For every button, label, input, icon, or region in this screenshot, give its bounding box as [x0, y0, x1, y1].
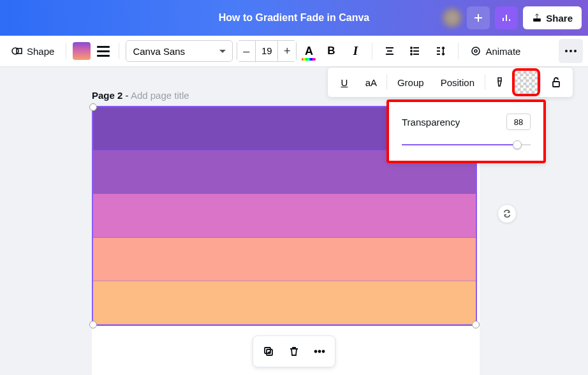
- insights-button[interactable]: [495, 6, 518, 29]
- list-button[interactable]: [404, 40, 426, 62]
- svg-rect-10: [553, 82, 559, 87]
- separator: [372, 43, 372, 59]
- svg-point-5: [472, 47, 480, 55]
- fill-color-button[interactable]: [73, 42, 91, 60]
- transparency-button[interactable]: [515, 71, 538, 94]
- delete-page-button[interactable]: [283, 340, 305, 363]
- svg-point-2: [411, 47, 412, 48]
- bold-button[interactable]: B: [321, 41, 341, 61]
- color-spectrum-icon: [302, 58, 316, 61]
- transparency-label: Transparency: [402, 117, 460, 128]
- shape-tool-button[interactable]: Shape: [6, 43, 59, 59]
- share-label: Share: [546, 13, 573, 24]
- svg-point-3: [411, 50, 412, 52]
- avatar[interactable]: [443, 8, 462, 27]
- svg-point-15: [323, 351, 325, 353]
- svg-point-7: [565, 50, 568, 52]
- app-header: How to Gradient Fade in Canva Share: [0, 0, 588, 36]
- font-family-select[interactable]: Canva Sans: [126, 40, 233, 62]
- toolbar-more-button[interactable]: [559, 39, 583, 63]
- separator: [458, 43, 459, 59]
- resize-handle-bottom-left[interactable]: [89, 321, 97, 328]
- slider-thumb[interactable]: [513, 140, 522, 149]
- main-toolbar: Shape Canva Sans – 19 + A B I Animate: [0, 36, 588, 67]
- text-color-a-icon: A: [305, 45, 313, 58]
- page-title-placeholder: Add page title: [131, 90, 189, 101]
- gradient-row[interactable]: [93, 194, 476, 237]
- resize-handle-bottom-right[interactable]: [472, 321, 480, 328]
- resize-handle-top-left[interactable]: [89, 103, 97, 111]
- svg-point-8: [570, 50, 572, 52]
- text-color-button[interactable]: A: [300, 41, 317, 61]
- italic-button[interactable]: I: [345, 41, 365, 61]
- copy-style-button[interactable]: [488, 70, 513, 95]
- page-toolbar: [253, 335, 335, 367]
- document-title: How to Gradient Fade in Canva: [219, 12, 369, 24]
- gradient-row[interactable]: [93, 238, 476, 281]
- transparency-panel: Transparency: [386, 99, 546, 163]
- duplicate-page-button[interactable]: [257, 340, 280, 363]
- font-name: Canva Sans: [133, 46, 185, 57]
- share-button[interactable]: Share: [523, 6, 582, 29]
- shape-label: Shape: [27, 46, 54, 57]
- animate-button[interactable]: Animate: [465, 43, 526, 59]
- element-toolbar: U aA Group Position: [327, 67, 573, 98]
- font-size-value[interactable]: 19: [255, 41, 278, 61]
- add-member-button[interactable]: [467, 6, 490, 29]
- align-button[interactable]: [379, 40, 401, 62]
- font-size-stepper: – 19 +: [237, 40, 297, 62]
- svg-point-6: [474, 50, 477, 52]
- font-size-decrease[interactable]: –: [237, 41, 255, 61]
- separator: [119, 43, 119, 59]
- separator: [66, 43, 66, 59]
- separator: [386, 75, 387, 90]
- separator: [540, 75, 541, 90]
- page-number: Page 2: [92, 90, 122, 101]
- svg-point-14: [319, 351, 321, 353]
- separator: [485, 75, 485, 90]
- header-actions: Share: [443, 6, 582, 29]
- transparency-slider[interactable]: [402, 140, 531, 149]
- group-button[interactable]: Group: [390, 77, 432, 88]
- sync-indicator[interactable]: [497, 204, 517, 223]
- page-more-button[interactable]: [308, 340, 331, 363]
- transparency-input[interactable]: [506, 114, 531, 130]
- svg-point-4: [411, 54, 412, 55]
- animate-label: Animate: [485, 46, 520, 57]
- lock-button[interactable]: [543, 70, 569, 95]
- gradient-row[interactable]: [93, 281, 476, 325]
- position-button[interactable]: Position: [433, 77, 482, 88]
- slider-track-fill: [402, 144, 515, 145]
- spacing-button[interactable]: [430, 40, 452, 62]
- svg-point-13: [315, 351, 317, 353]
- border-style-button[interactable]: [94, 42, 112, 60]
- underline-button[interactable]: U: [332, 70, 357, 95]
- text-case-button[interactable]: aA: [358, 70, 384, 95]
- page-label[interactable]: Page 2 - Add page title: [92, 90, 189, 101]
- font-size-increase[interactable]: +: [278, 41, 296, 61]
- svg-point-9: [574, 50, 577, 52]
